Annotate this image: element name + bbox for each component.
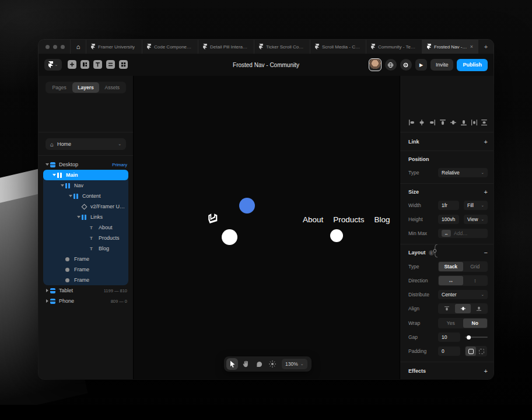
window-zoom-dot[interactable] [61,45,65,49]
align-top-icon[interactable] [439,119,447,127]
height-input[interactable]: 100vh [438,215,459,224]
link-section-header[interactable]: Link + [408,138,488,146]
blue-circle-shape[interactable] [239,198,255,214]
direction-vertical-icon[interactable]: ↕ [463,276,488,285]
layer-row-nav[interactable]: Nav [43,180,128,191]
wrap-yes-option[interactable]: Yes [439,318,463,328]
grid-option[interactable]: Grid [463,262,488,271]
height-unit-dropdown[interactable]: View ⌄ [464,215,488,224]
caret-down-icon[interactable] [76,216,82,218]
browser-tab[interactable]: Code Component… [142,40,198,54]
tab-layers[interactable]: Layers [72,82,99,93]
layout-button[interactable] [80,60,89,69]
preview-button[interactable]: ▶ [415,59,427,71]
window-controls[interactable] [38,40,70,54]
invite-button[interactable]: Invite [430,59,454,71]
add-effect-icon[interactable]: + [484,368,488,374]
caret-down-icon[interactable] [60,184,65,187]
publish-button[interactable]: Publish [457,59,488,71]
select-tool-button[interactable] [226,358,238,370]
layer-row-desktop[interactable]: Desktop Primary [38,159,133,170]
avatar[interactable] [369,58,382,71]
layer-row-phone[interactable]: Phone 809 — 0 [38,296,133,306]
close-tab-icon[interactable]: × [470,44,473,50]
align-right-icon[interactable] [429,119,436,127]
tab-pages[interactable]: Pages [46,82,72,93]
padding-input[interactable]: 0 [438,346,460,356]
distribute-dropdown[interactable]: Center ⌄ [438,290,488,299]
gap-slider[interactable] [465,333,488,341]
white-circle-shape[interactable] [222,229,237,245]
window-minimize-dot[interactable] [53,45,57,49]
browser-tab-active[interactable]: Frosted Nav - … × [422,40,478,54]
align-center-horizontal-icon[interactable] [418,119,426,127]
new-tab-button[interactable]: + [478,40,494,54]
layer-row-products[interactable]: T Products [43,233,128,243]
layer-row-main-selected[interactable]: Main [43,170,128,180]
caret-right-icon[interactable] [44,289,50,292]
nav-link-blog[interactable]: Blog [374,215,390,224]
layer-row-frame[interactable]: Frame [43,264,128,275]
comment-tool-button[interactable] [253,358,265,370]
page-selector[interactable]: ⌂ Home ⌄ [46,138,126,150]
align-start-icon[interactable] [439,304,455,313]
align-bottom-icon[interactable] [460,119,467,127]
distribute-vertical-icon[interactable] [481,119,488,127]
canvas[interactable]: About Products Blog 130% ⌄ [134,76,400,379]
align-end-icon[interactable] [471,304,487,313]
stack-option[interactable]: Stack [439,262,463,271]
tab-assets[interactable]: Assets [99,82,125,93]
layer-row-content[interactable]: Content [43,191,128,201]
framer-menu-button[interactable]: ⌄ [44,59,62,71]
distribute-horizontal-icon[interactable] [470,119,478,127]
caret-down-icon[interactable] [68,195,74,197]
browser-tab[interactable]: Scroll Media - Co… [310,40,366,54]
position-type-dropdown[interactable]: Relative ⌄ [438,168,488,177]
gap-input[interactable]: 10 [438,332,460,342]
zoom-control[interactable]: 130% ⌄ [282,359,307,369]
add-size-icon[interactable]: + [484,188,488,195]
layer-row-frame[interactable]: Frame [43,254,128,264]
insert-button[interactable] [68,60,76,69]
layer-row-tablet[interactable]: Tablet 1199 — 810 [38,285,133,296]
browser-tab[interactable]: Ticker Scroll Com… [254,40,310,54]
align-middle-vertical-icon[interactable] [449,119,457,127]
align-left-icon[interactable] [408,119,415,127]
hand-tool-button[interactable] [240,358,251,370]
wrap-no-option[interactable]: No [463,318,488,328]
logo-mark-shape[interactable] [208,213,218,225]
text-button[interactable] [93,60,102,69]
collapse-layout-icon[interactable]: − [484,249,488,256]
layer-row-blog[interactable]: T Blog [43,243,128,254]
white-circle-shape[interactable] [330,229,343,242]
caret-down-icon[interactable] [51,174,57,176]
nav-link-about[interactable]: About [303,215,323,224]
layout-section-header[interactable]: Layout i − [408,249,488,257]
width-input[interactable]: 1fr [438,201,459,210]
direction-horizontal-icon[interactable]: ↔ [439,276,463,285]
cms-button[interactable] [106,60,115,69]
layer-row-about[interactable]: T About [43,222,128,233]
width-unit-dropdown[interactable]: Fill ⌄ [464,201,488,210]
slider-knob[interactable] [467,335,471,340]
add-link-icon[interactable]: + [484,138,488,145]
apps-button[interactable] [119,60,128,69]
caret-right-icon[interactable] [44,299,50,303]
globe-button[interactable] [385,59,397,71]
minmax-field[interactable]: ↔ Add… [438,229,488,238]
target-button[interactable] [400,59,412,71]
browser-tab[interactable]: Detail Pill Interacti… [198,40,254,54]
theme-toggle-button[interactable] [267,358,278,370]
padding-uniform-icon[interactable] [466,346,476,356]
window-close-dot[interactable] [46,45,50,49]
layer-row-frame[interactable]: Frame [43,275,128,285]
browser-tab[interactable]: Framer University [86,40,142,54]
effects-section-header[interactable]: Effects + [408,367,488,375]
layer-row-component[interactable]: v2/Framer U… [43,201,128,212]
align-center-icon[interactable] [455,304,471,313]
nav-link-products[interactable]: Products [333,215,364,224]
home-tab[interactable]: ⌂ [70,40,86,54]
browser-tab[interactable]: Community - Tem… [366,40,422,54]
caret-down-icon[interactable] [44,163,50,166]
padding-individual-icon[interactable] [476,346,487,356]
